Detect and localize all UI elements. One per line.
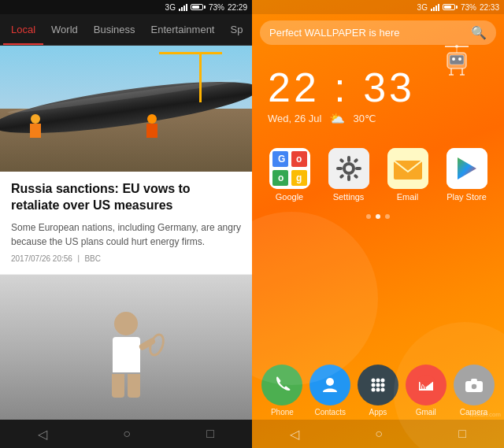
email-label: Email (397, 192, 419, 202)
phone-label: Phone (271, 408, 294, 417)
left-phone-panel: 3G 73% 22:29 Local World Business Entert… (0, 0, 252, 448)
app-icon-settings[interactable]: Settings (328, 148, 369, 202)
article1-headline: Russia sanctions: EU vows to retaliate o… (11, 181, 241, 214)
email-icon (387, 148, 428, 189)
apps-grid-icon (358, 365, 398, 405)
svg-point-37 (376, 379, 380, 383)
tab-entertainment[interactable]: Entertainment (143, 14, 223, 45)
svg-text:o: o (296, 154, 302, 165)
article1-image (0, 46, 252, 172)
article1-content: Russia sanctions: EU vows to retaliate o… (0, 172, 252, 275)
status-bar-left: 3G 73% 22:29 (0, 0, 252, 14)
svg-rect-26 (355, 167, 361, 170)
news-tabs: Local World Business Entertainment Sp ⋮ (0, 14, 252, 46)
app-icons-grid: G o o g Google (252, 142, 504, 208)
clock-date-weather: Wed, 26 Jul ⛅ 30℃ (268, 111, 488, 126)
deco-circle-2 (394, 322, 504, 448)
svg-point-6 (458, 57, 461, 61)
svg-point-43 (376, 388, 380, 392)
google-icon: G o o g (269, 148, 310, 189)
svg-point-5 (452, 57, 455, 61)
home-button-left[interactable]: ○ (123, 427, 131, 441)
tab-sports[interactable]: Sp (222, 14, 250, 45)
svg-point-22 (346, 165, 352, 172)
time-left: 22:29 (228, 3, 247, 12)
back-button-left[interactable]: ◁ (38, 427, 47, 442)
svg-point-38 (380, 379, 384, 383)
dot-2 (376, 214, 380, 219)
svg-point-35 (326, 378, 334, 386)
signal-bars-right (431, 3, 439, 11)
article1-summary: Some European nations, including Germany… (11, 220, 241, 249)
app-icon-email[interactable]: Email (387, 148, 428, 202)
search-bar[interactable]: Perfect WALLPAPER is here 🔍 (260, 20, 496, 45)
google-label: Google (276, 192, 303, 202)
clock-temp: 30℃ (353, 113, 376, 124)
right-phone-panel: 3G 73% 22:33 Perfect WALLPAPER is here 🔍 (252, 0, 504, 448)
svg-rect-24 (347, 175, 350, 181)
svg-rect-4 (450, 55, 464, 65)
svg-text:o: o (278, 172, 284, 183)
tab-business[interactable]: Business (86, 14, 143, 45)
svg-text:G: G (278, 154, 285, 165)
svg-point-39 (371, 383, 375, 387)
network-type-right: 3G (417, 3, 428, 12)
search-bar-text: Perfect WALLPAPER is here (269, 27, 471, 39)
dock-apps[interactable]: Apps (358, 365, 398, 417)
svg-rect-25 (336, 167, 343, 170)
svg-point-42 (371, 388, 375, 392)
app-icon-google[interactable]: G o o g Google (269, 148, 310, 202)
svg-point-41 (380, 383, 384, 387)
battery-left (191, 4, 206, 10)
status-bar-right: 3G 73% 22:33 (252, 0, 504, 14)
app-icon-playstore[interactable]: Play Store (447, 148, 487, 202)
battery-pct-right: 73% (461, 3, 476, 12)
svg-point-1 (455, 45, 458, 48)
weather-icon: ⛅ (329, 111, 345, 126)
battery-right (443, 4, 458, 10)
playstore-icon (447, 148, 487, 189)
article1-meta: 2017/07/26 20:56 丨 BBC (11, 254, 241, 265)
tab-local[interactable]: Local (3, 14, 43, 45)
search-icon[interactable]: 🔍 (471, 25, 487, 40)
svg-rect-23 (347, 156, 350, 162)
tennis-player (112, 312, 140, 398)
apps-label: Apps (369, 408, 387, 417)
settings-icon (328, 148, 369, 189)
mascot-icon (441, 43, 472, 82)
svg-point-36 (371, 379, 375, 383)
clock-date: Wed, 26 Jul (268, 113, 321, 124)
article2-image (0, 275, 252, 420)
dot-1 (366, 214, 371, 219)
signal-bars-left (179, 3, 187, 11)
svg-text:g: g (296, 172, 302, 183)
watermark: wsxdn.com (469, 411, 501, 418)
dot-3 (385, 214, 390, 219)
playstore-label: Play Store (447, 192, 487, 202)
time-right: 22:33 (480, 3, 499, 12)
contacts-label: Contacts (314, 408, 345, 417)
svg-point-40 (376, 383, 380, 387)
back-button-right[interactable]: ◁ (290, 427, 299, 442)
bottom-nav-left: ◁ ○ □ (0, 420, 252, 448)
svg-point-44 (380, 388, 384, 392)
home-button-right[interactable]: ○ (375, 427, 383, 441)
recents-button-left[interactable]: □ (206, 427, 214, 441)
battery-pct-left: 73% (209, 3, 224, 12)
tab-world[interactable]: World (43, 14, 86, 45)
settings-label: Settings (333, 192, 365, 202)
network-type-left: 3G (165, 3, 176, 12)
